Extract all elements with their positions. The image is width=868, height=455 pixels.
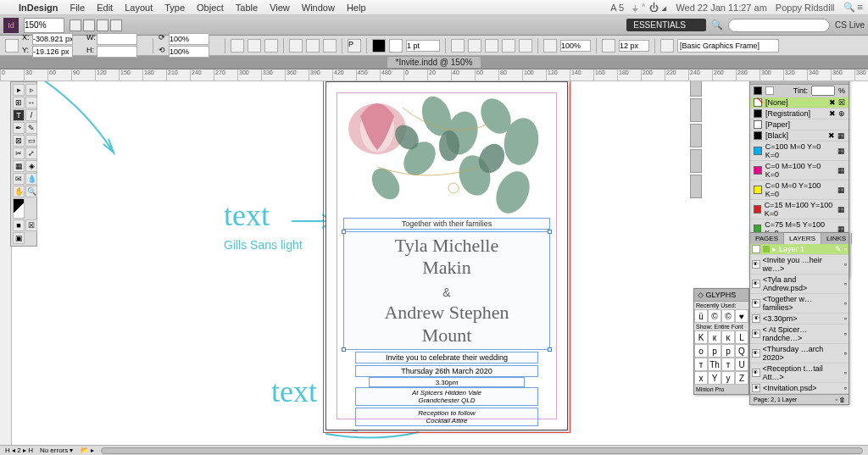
page-tool[interactable]: ⊞: [13, 97, 25, 108]
y-field[interactable]: [32, 46, 73, 58]
swatch-red[interactable]: C=15 M=100 Y=100 K=0▦: [750, 200, 849, 219]
swatch-c100[interactable]: C=100 M=0 Y=0 K=0▦: [750, 141, 849, 161]
wrap-icon[interactable]: [451, 39, 465, 53]
note-tool[interactable]: ✉: [13, 173, 25, 185]
align-icon[interactable]: [306, 39, 320, 53]
apply-none[interactable]: ☒: [25, 219, 37, 231]
rectangle-tool[interactable]: ▭: [25, 135, 37, 147]
corner-icon[interactable]: [289, 39, 303, 53]
flip-v-icon[interactable]: [264, 39, 278, 53]
fit-icon[interactable]: [660, 39, 674, 53]
menu-help[interactable]: Help: [347, 3, 366, 13]
tint-field[interactable]: [811, 86, 835, 96]
stroke-swatch[interactable]: [389, 39, 403, 53]
fill-swatch[interactable]: [372, 39, 386, 53]
canvas[interactable]: text Gills Sans light text: [12, 81, 868, 445]
app-name[interactable]: InDesign: [19, 3, 58, 13]
menu-edit[interactable]: Edit: [97, 3, 113, 13]
h-field[interactable]: [97, 46, 137, 58]
open-icon[interactable]: 📂 ▸: [81, 447, 94, 454]
swatch-registration[interactable]: [Registration]✖ ⊕: [750, 108, 849, 119]
layer-item-4[interactable]: 👁< At Spicer…randche…>▫: [750, 325, 849, 344]
layer-item-5[interactable]: 👁<Thursday …arch 2020>▫: [750, 344, 849, 363]
scale-y[interactable]: [169, 46, 209, 58]
eyedropper-tool[interactable]: 💧: [25, 173, 37, 185]
search-input[interactable]: [728, 19, 830, 32]
layer-item-3[interactable]: 👁<3.30pm>▫: [750, 314, 849, 325]
textframe-invite-you[interactable]: Invite you to celebrate their wedding: [355, 352, 538, 363]
page-nav[interactable]: H ◂ 2 ▸ H: [5, 447, 33, 454]
h-scrollbar[interactable]: [101, 447, 863, 454]
document-tab[interactable]: *Invite.indd @ 150%: [387, 57, 481, 68]
document-page[interactable]: Together with their families Tyla Michel…: [326, 81, 568, 430]
menu-file[interactable]: File: [70, 3, 85, 13]
layer-item-7[interactable]: 👁<Invitation.psd>▫: [750, 383, 849, 394]
textframe-venue[interactable]: At Spicers Hidden ValeGrandchester QLD: [355, 387, 538, 406]
fx-field[interactable]: [560, 40, 591, 52]
tab-layers[interactable]: LAYERS: [784, 233, 821, 244]
wifi-icon[interactable]: ⏚ ⌃ ⏻ ◢: [632, 3, 667, 13]
menu-layout[interactable]: Layout: [125, 3, 153, 13]
mini-tab-4[interactable]: [690, 149, 702, 173]
menu-window[interactable]: Window: [302, 3, 335, 13]
layer-item-6[interactable]: 👁<Reception t…tail Att…>▫: [750, 363, 849, 383]
clock[interactable]: Wed 22 Jan 11:27 am: [676, 3, 766, 13]
menu-table[interactable]: Table: [236, 3, 258, 13]
horizontal-ruler[interactable]: 0306090120150180210240270300330360390420…: [0, 69, 868, 81]
workspace-switcher[interactable]: ESSENTIALS: [626, 19, 706, 31]
distribute-icon[interactable]: [323, 39, 337, 53]
menu-type[interactable]: Type: [164, 3, 185, 13]
screen-mode[interactable]: ▣: [13, 232, 25, 244]
preflight-status[interactable]: No errors ▾: [40, 447, 74, 454]
mini-tab-5[interactable]: [690, 175, 702, 198]
gradient-swatch-tool[interactable]: ▦: [13, 160, 25, 172]
spotlight-icon[interactable]: 🔍 ≡: [843, 2, 863, 13]
flip-h-icon[interactable]: [248, 39, 261, 53]
ref-point-icon[interactable]: [5, 39, 19, 53]
layer-item-1[interactable]: 👁<Tyla and Andrew.psd>▫: [750, 275, 849, 294]
gradient-feather-tool[interactable]: ◈: [25, 160, 37, 172]
line-tool[interactable]: /: [25, 109, 37, 121]
textframe-together[interactable]: Together with their families: [343, 218, 550, 230]
mini-tab-3[interactable]: [690, 124, 702, 147]
w-field[interactable]: [97, 33, 137, 45]
effects-icon[interactable]: [543, 39, 557, 53]
gap-tool[interactable]: ↔: [25, 97, 37, 108]
menu-object[interactable]: Object: [197, 3, 224, 13]
swatch-black[interactable]: [Black]✖ ▦: [750, 130, 849, 141]
textframe-time[interactable]: 3.30pm: [369, 377, 525, 387]
glyphs-header[interactable]: ◇ GLYPHS: [694, 289, 748, 302]
selection-tool[interactable]: ▸: [13, 84, 25, 96]
stroke-weight[interactable]: [406, 40, 440, 52]
pencil-tool[interactable]: ✎: [25, 122, 37, 134]
zoom-tool[interactable]: 🔍: [25, 186, 37, 197]
view-icons[interactable]: [70, 19, 122, 31]
rectangle-frame-tool[interactable]: ⊠: [13, 135, 25, 147]
scale-x[interactable]: [169, 33, 209, 45]
user-name[interactable]: Poppy Ridsdill: [776, 3, 835, 13]
direct-selection-tool[interactable]: ▹: [25, 84, 37, 96]
layer-item-0[interactable]: 👁<Invite you …heir we…>▫: [750, 255, 849, 275]
hand-tool[interactable]: ✋: [13, 186, 25, 197]
layer-item-2[interactable]: 👁<Together w… families>▫: [750, 294, 849, 314]
tab-links[interactable]: LINKS: [821, 233, 852, 244]
apply-color[interactable]: ■: [13, 219, 25, 231]
fill-stroke[interactable]: [13, 198, 25, 219]
object-style-preset[interactable]: [677, 39, 779, 53]
layer-1[interactable]: 👁▸ Layer 1✎ ▫: [750, 244, 849, 255]
free-transform-tool[interactable]: ⤢: [25, 147, 37, 159]
swatch-paper[interactable]: [Paper]: [750, 119, 849, 130]
swatch-y100[interactable]: C=0 M=0 Y=100 K=0▦: [750, 180, 849, 200]
textframe-reception[interactable]: Reception to followCocktail Attire: [355, 408, 538, 426]
pen-tool[interactable]: ✒: [13, 122, 25, 134]
scissors-tool[interactable]: ✂: [13, 147, 25, 159]
swatch-m100[interactable]: C=0 M=100 Y=0 K=0▦: [750, 161, 849, 180]
textframe-date[interactable]: Thursday 26th March 2020: [355, 365, 538, 377]
char-icon[interactable]: P: [348, 39, 361, 53]
swatch-none[interactable]: [None]✖ ☒: [750, 97, 849, 108]
tab-pages[interactable]: PAGES: [750, 233, 784, 244]
zoom-select[interactable]: [24, 18, 64, 33]
textframe-names[interactable]: Tyla MichelleMakin&Andrew StephenMount: [343, 231, 550, 350]
mini-tab-1[interactable]: [690, 81, 702, 97]
drop-shadow-icon[interactable]: [602, 39, 615, 53]
